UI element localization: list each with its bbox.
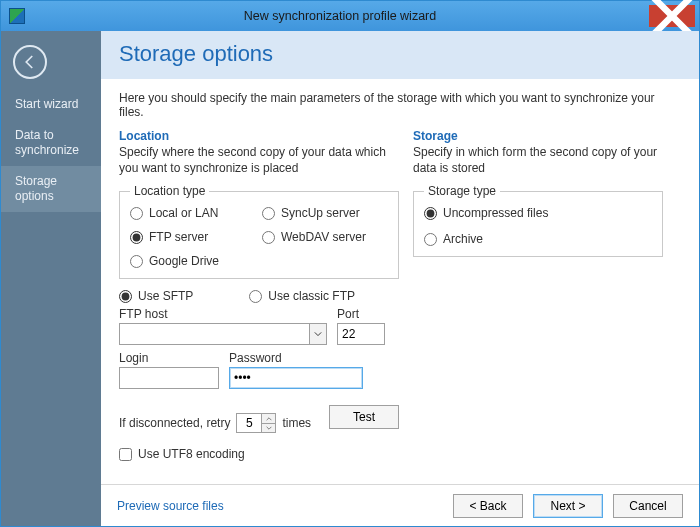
location-column: Location Specify where the second copy o… (119, 129, 399, 461)
retry-control: If disconnected, retry times (119, 413, 311, 433)
retry-input[interactable] (236, 413, 262, 433)
sidebar-item-start[interactable]: Start wizard (1, 89, 101, 120)
sidebar-item-label: Start wizard (15, 97, 78, 111)
ftp-host-label: FTP host (119, 307, 327, 321)
radio-classic-ftp[interactable]: Use classic FTP (249, 289, 355, 303)
main: Storage options Here you should specify … (101, 31, 699, 526)
radio-sftp[interactable]: Use SFTP (119, 289, 193, 303)
back-button[interactable]: < Back (453, 494, 523, 518)
columns: Location Specify where the second copy o… (119, 129, 681, 461)
sidebar: Start wizard Data to synchronize Storage… (1, 31, 101, 526)
radio-local[interactable]: Local or LAN (130, 206, 256, 220)
port-input[interactable] (337, 323, 385, 345)
close-button[interactable] (649, 5, 695, 27)
wizard-window: New synchronization profile wizard Start… (0, 0, 700, 527)
login-input[interactable] (119, 367, 219, 389)
sidebar-item-data[interactable]: Data to synchronize (1, 120, 101, 166)
chevron-down-icon (266, 425, 272, 431)
location-type-group: Location type Local or LAN SyncUp server… (119, 184, 399, 279)
password-input[interactable] (229, 367, 363, 389)
storage-type-group: Storage type Uncompressed files Archive (413, 184, 663, 257)
app-icon (9, 8, 25, 24)
password-label: Password (229, 351, 363, 365)
radio-uncompressed[interactable]: Uncompressed files (424, 206, 652, 220)
preview-link[interactable]: Preview source files (117, 499, 224, 513)
cancel-button[interactable]: Cancel (613, 494, 683, 518)
sidebar-item-label: Storage options (15, 174, 57, 203)
radio-gdrive[interactable]: Google Drive (130, 254, 256, 268)
radio-syncup[interactable]: SyncUp server (262, 206, 388, 220)
ftp-host-field: FTP host (119, 307, 327, 345)
storage-column: Storage Specify in which form the second… (413, 129, 663, 461)
arrow-left-icon (21, 53, 39, 71)
login-label: Login (119, 351, 219, 365)
radio-webdav[interactable]: WebDAV server (262, 230, 388, 244)
ftp-host-combo[interactable] (119, 323, 327, 345)
page-header: Storage options (101, 31, 699, 79)
storage-title: Storage (413, 129, 663, 143)
location-title: Location (119, 129, 399, 143)
retry-suffix: times (282, 416, 311, 430)
storage-type-legend: Storage type (424, 184, 500, 198)
chevron-down-icon (314, 330, 322, 338)
port-label: Port (337, 307, 385, 321)
intro-text: Here you should specify the main paramet… (119, 91, 681, 119)
retry-spin-down[interactable] (262, 423, 276, 433)
utf8-checkbox[interactable]: Use UTF8 encoding (119, 447, 399, 461)
storage-desc: Specify in which form the second copy of… (413, 145, 663, 176)
test-button[interactable]: Test (329, 405, 399, 429)
location-type-legend: Location type (130, 184, 209, 198)
radio-ftp[interactable]: FTP server (130, 230, 256, 244)
retry-prefix: If disconnected, retry (119, 416, 230, 430)
titlebar: New synchronization profile wizard (1, 1, 699, 31)
password-field: Password (229, 351, 363, 389)
location-desc: Specify where the second copy of your da… (119, 145, 399, 176)
footer: Preview source files < Back Next > Cance… (101, 484, 699, 526)
page-title: Storage options (119, 41, 681, 67)
login-field: Login (119, 351, 219, 389)
radio-archive[interactable]: Archive (424, 232, 652, 246)
chevron-up-icon (266, 416, 272, 422)
ftp-host-input[interactable] (119, 323, 309, 345)
window-title: New synchronization profile wizard (31, 9, 649, 23)
ftp-host-dropdown[interactable] (309, 323, 327, 345)
next-button[interactable]: Next > (533, 494, 603, 518)
port-field: Port (337, 307, 385, 345)
content: Here you should specify the main paramet… (101, 79, 699, 484)
sidebar-item-storage[interactable]: Storage options (1, 166, 101, 212)
body: Start wizard Data to synchronize Storage… (1, 31, 699, 526)
sidebar-item-label: Data to synchronize (15, 128, 79, 157)
retry-spin-up[interactable] (262, 413, 276, 423)
back-circle-button[interactable] (13, 45, 47, 79)
